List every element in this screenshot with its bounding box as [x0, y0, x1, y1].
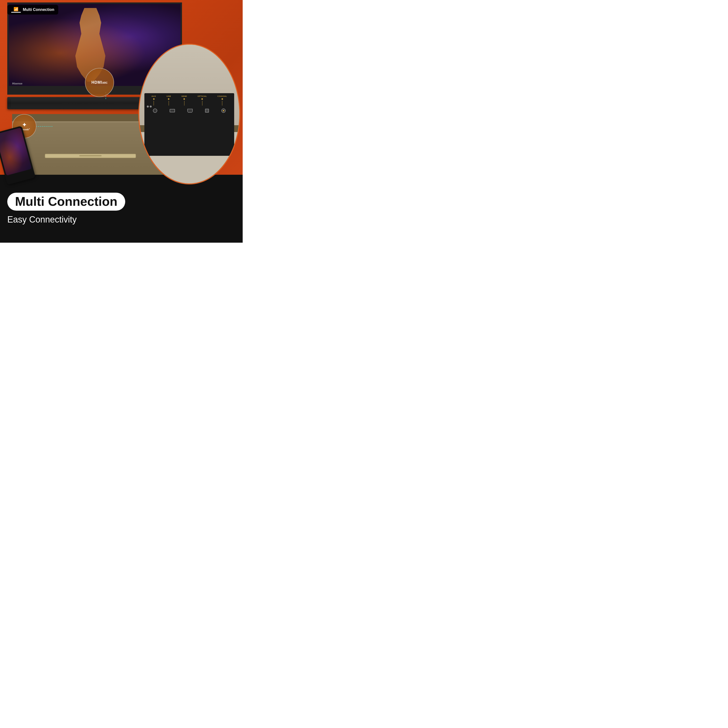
- port-panel-zoom: AUX USB HDMI OPTICAL: [138, 44, 240, 184]
- cabinet-drawer: [45, 154, 136, 158]
- feature-badge: 📶 Multi Connection: [7, 5, 58, 15]
- panel-dots: [144, 106, 234, 107]
- hdmi-text: HDMI: [92, 80, 102, 84]
- hdmi-dot: [184, 98, 185, 100]
- cabinet-drawer-handle: [79, 155, 102, 156]
- soundbar-grille: [11, 99, 159, 107]
- badge-label: Multi Connection: [23, 8, 54, 12]
- optical-port: [205, 109, 209, 113]
- main-title-wrapper: Multi Connection: [7, 193, 236, 213]
- port-item-usb: USB: [167, 95, 171, 106]
- hdmi-port-label: HDMI: [182, 95, 187, 97]
- port-panel: AUX USB HDMI OPTICAL: [144, 93, 234, 156]
- guitar-decoration: [60, 8, 120, 82]
- coaxial-label: COAXIAL: [217, 95, 227, 97]
- zoom-inner: AUX USB HDMI OPTICAL: [139, 44, 239, 184]
- bluetooth-connection-line: [34, 126, 54, 127]
- panel-dot-2: [150, 106, 151, 107]
- coaxial-line: [222, 101, 222, 106]
- bluetooth-icon: ✦: [22, 122, 26, 128]
- main-title: Multi Connection: [7, 193, 125, 210]
- port-item-hdmi: HDMI: [182, 95, 187, 106]
- wifi-icon: 📶: [14, 7, 18, 11]
- bottom-section: Multi Connection Easy Connectivity: [0, 175, 243, 243]
- main-container: Hisense HDMIARC ✦ Bluetooth®: [0, 0, 243, 243]
- port-item-aux: AUX: [151, 95, 156, 106]
- tv-brand-label: Hisense: [12, 82, 22, 85]
- hdmi-circle-label: HDMIARC: [92, 80, 108, 85]
- ports-row: [144, 107, 234, 114]
- panel-dot-1: [147, 106, 149, 107]
- port-labels-row: AUX USB HDMI OPTICAL: [144, 93, 234, 106]
- usb-port: [170, 109, 175, 112]
- aux-dot: [153, 98, 154, 100]
- usb-label: USB: [167, 95, 171, 97]
- usb-dot: [168, 98, 170, 100]
- badge-bar: [11, 12, 21, 12]
- port-item-optical: OPTICAL: [197, 95, 207, 106]
- sub-title: Easy Connectivity: [7, 214, 236, 225]
- aux-port: [153, 109, 157, 113]
- aux-label: AUX: [151, 95, 156, 97]
- coaxial-port: [221, 109, 226, 113]
- hdmi-port: [187, 109, 193, 113]
- optical-line: [202, 101, 202, 106]
- badge-icon-group: 📶: [11, 7, 21, 12]
- optical-dot: [202, 98, 203, 100]
- hdmi-sublabel: ARC: [102, 81, 108, 84]
- coaxial-dot: [222, 98, 223, 100]
- coaxial-port-inner: [223, 110, 224, 112]
- hdmi-arc-circle: HDMIARC: [85, 68, 114, 97]
- port-item-coaxial: COAXIAL: [217, 95, 227, 106]
- optical-label: OPTICAL: [197, 95, 207, 97]
